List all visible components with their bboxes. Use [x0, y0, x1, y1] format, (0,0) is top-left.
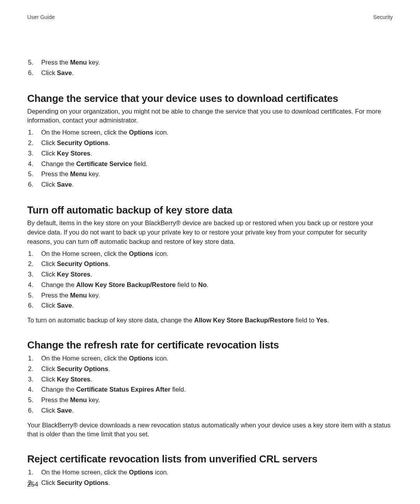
step-item: 6.Click Save. [27, 68, 393, 79]
step-item: 3.Click Key Stores. [27, 270, 393, 280]
bold-text: Options [129, 469, 153, 476]
intro-step-list: 5.Press the Menu key.6.Click Save. [27, 58, 393, 79]
step-number: 1. [28, 467, 33, 477]
section-heading: Turn off automatic backup of key store d… [27, 204, 393, 216]
bold-text: No [198, 281, 207, 288]
bold-text: Security Options [57, 260, 108, 267]
bold-text: Options [129, 250, 153, 257]
step-item: 1.On the Home screen, click the Options … [27, 249, 393, 259]
step-number: 2. [28, 364, 33, 374]
bold-text: Options [129, 355, 153, 362]
step-number: 2. [28, 259, 33, 269]
step-number: 4. [28, 159, 33, 169]
step-item: 2.Click Security Options. [27, 478, 393, 488]
step-number: 5. [28, 395, 33, 405]
step-list: 1.On the Home screen, click the Options … [27, 354, 393, 416]
step-item: 2.Click Security Options. [27, 259, 393, 270]
step-number: 5. [28, 290, 33, 300]
step-item: 4.Change the Allow Key Store Backup/Rest… [27, 280, 393, 290]
step-number: 5. [28, 169, 33, 179]
bold-text: Save [57, 181, 72, 188]
bold-text: Key Stores [57, 271, 90, 278]
section-heading: Change the refresh rate for certificate … [27, 339, 393, 351]
bold-text: Save [57, 407, 72, 414]
step-number: 6. [28, 180, 33, 189]
step-item: 2.Click Security Options. [27, 364, 393, 374]
step-item: 5.Press the Menu key. [27, 395, 393, 406]
step-item: 5.Press the Menu key. [27, 58, 393, 68]
section-followup: Your BlackBerry® device downloads a new … [27, 421, 393, 439]
step-list: 1.On the Home screen, click the Options … [27, 467, 393, 488]
step-item: 1.On the Home screen, click the Options … [27, 354, 393, 364]
section-intro: By default, items in the key store on yo… [27, 219, 393, 247]
step-item: 6.Click Save. [27, 301, 393, 311]
step-number: 1. [28, 249, 33, 259]
bold-text: Security Options [57, 139, 108, 146]
bold-text: Allow Key Store Backup/Restore [194, 317, 294, 324]
step-list: 1.On the Home screen, click the Options … [27, 128, 393, 190]
step-number: 6. [28, 406, 33, 415]
step-list: 1.On the Home screen, click the Options … [27, 249, 393, 312]
step-number: 5. [28, 58, 33, 67]
bold-text: Save [57, 69, 72, 76]
step-number: 1. [28, 128, 33, 137]
section-intro: Depending on your organization, you migh… [27, 107, 393, 126]
step-number: 3. [28, 374, 33, 384]
step-number: 4. [28, 280, 33, 290]
step-item: 3.Click Key Stores. [27, 149, 393, 159]
step-item: 5.Press the Menu key. [27, 290, 393, 301]
bold-text: Allow Key Store Backup/Restore [76, 281, 176, 288]
step-number: 6. [28, 301, 33, 310]
page-number: 254 [27, 481, 38, 488]
step-number: 6. [28, 68, 33, 78]
bold-text: Menu [70, 396, 87, 403]
step-item: 6.Click Save. [27, 180, 393, 190]
bold-text: Key Stores [57, 150, 90, 157]
bold-text: Certificate Status Expires After [76, 386, 170, 393]
page-header: User Guide Security [27, 14, 393, 20]
header-left: User Guide [27, 14, 55, 20]
step-number: 3. [28, 270, 33, 279]
step-item: 6.Click Save. [27, 406, 393, 416]
step-number: 3. [28, 149, 33, 158]
bold-text: Save [57, 302, 72, 309]
bold-text: Yes [316, 317, 327, 324]
section-heading: Change the service that your device uses… [27, 93, 393, 105]
step-number: 2. [28, 138, 33, 148]
step-item: 2.Click Security Options. [27, 138, 393, 149]
step-item: 3.Click Key Stores. [27, 374, 393, 385]
section-heading: Reject certificate revocation lists from… [27, 453, 393, 465]
bold-text: Menu [70, 59, 87, 66]
bold-text: Certificate Service [76, 160, 132, 167]
bold-text: Menu [70, 292, 87, 299]
document-page: User Guide Security 5.Press the Menu key… [0, 0, 420, 504]
section-followup: To turn on automatic backup of key store… [27, 316, 393, 325]
step-item: 1.On the Home screen, click the Options … [27, 467, 393, 478]
bold-text: Menu [70, 170, 87, 177]
step-item: 1.On the Home screen, click the Options … [27, 128, 393, 138]
sections-container: Change the service that your device uses… [27, 93, 393, 488]
step-item: 5.Press the Menu key. [27, 169, 393, 180]
header-right: Security [373, 14, 393, 20]
step-item: 4.Change the Certificate Service field. [27, 159, 393, 170]
bold-text: Options [129, 129, 153, 136]
step-number: 4. [28, 385, 33, 394]
bold-text: Security Options [57, 479, 108, 486]
step-item: 4.Change the Certificate Status Expires … [27, 385, 393, 395]
step-number: 1. [28, 354, 33, 363]
bold-text: Key Stores [57, 376, 90, 383]
bold-text: Security Options [57, 365, 108, 372]
